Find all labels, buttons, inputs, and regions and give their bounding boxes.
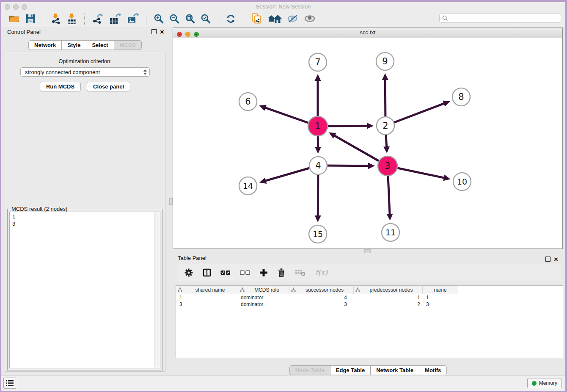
tree-icon bbox=[178, 287, 182, 292]
tree-icon bbox=[355, 287, 360, 292]
dropdown-stepper-icon bbox=[142, 68, 149, 76]
show-all-icon[interactable] bbox=[304, 13, 316, 25]
table-cell: 1 bbox=[423, 295, 458, 301]
table-close-panel-icon[interactable]: × bbox=[554, 257, 558, 262]
graph-node-label: 2 bbox=[383, 121, 388, 131]
table-float-panel-icon[interactable] bbox=[545, 257, 550, 262]
tab-node-table[interactable]: Node Table bbox=[289, 365, 330, 375]
settings-gear-icon[interactable] bbox=[184, 268, 193, 277]
export-image-icon[interactable] bbox=[127, 13, 139, 25]
zoom-out-icon[interactable] bbox=[169, 13, 180, 25]
column-label: successor nodes bbox=[296, 287, 353, 293]
search-field[interactable] bbox=[439, 14, 561, 23]
zoom-in-icon[interactable] bbox=[154, 13, 164, 25]
select-all-icon[interactable] bbox=[220, 270, 231, 275]
delete-row-icon[interactable] bbox=[277, 268, 286, 277]
memory-button[interactable]: Memory bbox=[527, 378, 562, 388]
network-view-window: ×−+ scc.txt 7968124314101511 bbox=[173, 28, 563, 249]
zoom-fit-icon[interactable] bbox=[185, 13, 195, 25]
main-area: Control Panel × NetworkStyleSelectMCDS O… bbox=[1, 26, 565, 375]
close-panel-icon[interactable]: × bbox=[160, 30, 164, 34]
toolbar-separator bbox=[218, 13, 219, 25]
tab-select[interactable]: Select bbox=[86, 40, 114, 50]
tab-mcds[interactable]: MCDS bbox=[114, 40, 142, 50]
column-header-name[interactable]: name bbox=[423, 286, 458, 294]
edge-arrowhead bbox=[382, 73, 388, 80]
add-row-icon[interactable] bbox=[259, 268, 268, 277]
graph-node-label: 14 bbox=[243, 181, 253, 190]
edge-arrowhead bbox=[367, 123, 374, 129]
task-history-button[interactable] bbox=[3, 378, 16, 389]
table-cell: 1 bbox=[354, 295, 423, 301]
graph-node-label: 3 bbox=[385, 161, 390, 171]
show-column-icon[interactable] bbox=[203, 268, 211, 277]
import-network-icon[interactable] bbox=[50, 13, 61, 25]
column-label: MCDS role bbox=[245, 287, 289, 293]
table-row[interactable]: 3dominator323 bbox=[176, 301, 563, 308]
edge-arrowhead bbox=[443, 175, 450, 181]
run-mcds-button[interactable]: Run MCDS bbox=[40, 82, 81, 91]
main-toolbar bbox=[1, 11, 565, 26]
table-body: 1dominator4113dominator323 bbox=[176, 294, 563, 308]
table-toolbar: f(x) bbox=[177, 264, 561, 281]
edge-arrowhead bbox=[259, 178, 267, 184]
import-table-icon[interactable] bbox=[66, 13, 77, 25]
vertical-split-handle[interactable] bbox=[169, 198, 173, 205]
float-panel-icon[interactable] bbox=[151, 29, 157, 34]
graph-node-label: 1 bbox=[315, 121, 320, 131]
tab-motifs[interactable]: Motifs bbox=[419, 365, 447, 375]
horizontal-split-handle[interactable] bbox=[364, 249, 371, 253]
export-table-icon[interactable] bbox=[109, 13, 121, 25]
tab-network-table[interactable]: Network Table bbox=[370, 365, 419, 375]
zoom-selected-icon[interactable] bbox=[201, 13, 211, 25]
table-cell: dominator bbox=[238, 301, 289, 307]
tree-icon bbox=[291, 287, 296, 292]
node-table[interactable]: shared nameMCDS rolesuccessor nodesprede… bbox=[176, 285, 563, 358]
result-line: 3 bbox=[12, 220, 15, 227]
table-cell: 3 bbox=[289, 301, 354, 307]
save-session-icon[interactable] bbox=[25, 13, 36, 25]
edge-arrowhead bbox=[368, 163, 375, 169]
application-window: Session: New Session bbox=[0, 0, 567, 392]
tab-edge-table[interactable]: Edge Table bbox=[330, 365, 371, 375]
home-layout-icon[interactable] bbox=[267, 13, 282, 25]
table-row[interactable]: 1dominator411 bbox=[176, 294, 563, 301]
toolbar-separator bbox=[146, 13, 147, 25]
table-cell: 3 bbox=[423, 301, 458, 307]
column-header-MCDS-role[interactable]: MCDS role bbox=[238, 286, 289, 294]
result-line: 1 bbox=[12, 213, 15, 220]
vertical-split-divider[interactable] bbox=[169, 26, 173, 375]
deselect-all-icon[interactable] bbox=[240, 270, 250, 275]
copy-network-icon[interactable] bbox=[250, 13, 262, 25]
control-panel-tabs: NetworkStyleSelectMCDS bbox=[1, 40, 169, 50]
table-tabs: Node TableEdge TableNetwork TableMotifs bbox=[289, 365, 447, 375]
search-input[interactable] bbox=[448, 15, 561, 22]
edge-2-8[interactable] bbox=[385, 103, 445, 126]
memory-label: Memory bbox=[539, 380, 557, 386]
tree-icon bbox=[240, 287, 245, 292]
column-header-shared-name[interactable]: shared name bbox=[176, 286, 238, 294]
column-label: name bbox=[423, 287, 458, 293]
tab-style[interactable]: Style bbox=[61, 40, 86, 50]
mcds-result-textarea[interactable]: 13 bbox=[9, 212, 160, 368]
graph-node-label: 8 bbox=[458, 92, 464, 102]
column-header-predecessor-nodes[interactable]: predecessor nodes bbox=[354, 286, 423, 294]
hide-selected-icon[interactable] bbox=[287, 13, 299, 25]
refresh-icon[interactable] bbox=[226, 13, 236, 25]
edge-arrowhead bbox=[315, 74, 321, 81]
column-header-successor-nodes[interactable]: successor nodes bbox=[289, 286, 354, 294]
tab-network[interactable]: Network bbox=[28, 40, 62, 50]
result-scrollbar[interactable] bbox=[154, 212, 160, 368]
edge-arrowhead bbox=[315, 147, 321, 154]
edge-arrowhead bbox=[315, 215, 321, 222]
network-canvas[interactable]: 7968124314101511 bbox=[173, 38, 562, 248]
graph-node-label: 9 bbox=[382, 56, 388, 66]
table-cell: 2 bbox=[354, 301, 423, 307]
export-network-icon[interactable] bbox=[92, 13, 104, 25]
optimization-criterion-dropdown[interactable]: strongly connected component bbox=[20, 67, 150, 77]
open-session-icon[interactable] bbox=[8, 13, 20, 25]
column-label: predecessor nodes bbox=[360, 287, 422, 293]
close-panel-button[interactable]: Close panel bbox=[87, 82, 130, 91]
network-window-titlebar: ×−+ scc.txt bbox=[173, 28, 562, 38]
toolbar-separator bbox=[84, 13, 85, 25]
